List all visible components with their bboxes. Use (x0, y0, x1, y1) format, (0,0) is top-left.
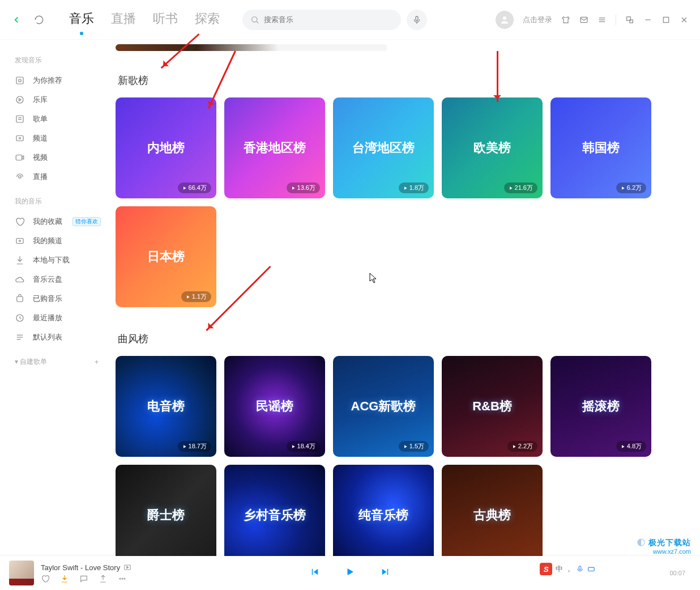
chart-card[interactable]: 爵士榜 (116, 465, 216, 556)
svg-marker-33 (183, 186, 186, 189)
sidebar-item[interactable]: 已购音乐 (12, 289, 101, 308)
svg-marker-41 (404, 445, 407, 448)
chart-card[interactable]: 纯音乐榜 (333, 465, 434, 556)
tab-music[interactable]: 音乐 (69, 10, 94, 29)
chart-card[interactable]: 香港地区榜13.6万 (224, 97, 325, 198)
playlist-icon (15, 114, 25, 124)
login-link[interactable]: 点击登录 (523, 15, 552, 25)
download-icon[interactable] (60, 574, 69, 583)
recommend-icon (15, 75, 25, 86)
main-content: 新歌榜 内地榜66.4万香港地区榜13.6万台湾地区榜1.8万欧美榜21.6万韩… (108, 40, 700, 556)
mini-mode-icon[interactable] (625, 15, 634, 24)
prev-button[interactable] (310, 567, 320, 579)
svg-rect-55 (387, 569, 389, 575)
svg-point-25 (19, 176, 22, 179)
chart-card[interactable]: R&B榜2.2万 (442, 356, 543, 457)
chart-card-title: 乡村音乐榜 (244, 507, 306, 524)
sidebar-item-label: 最近播放 (33, 313, 62, 323)
chart-card-title: 日本榜 (147, 248, 185, 265)
sidebar-item[interactable]: 歌单 (12, 109, 101, 129)
chart-card[interactable]: 摇滚榜4.8万 (550, 356, 651, 457)
tab-live[interactable]: 直播 (111, 10, 136, 29)
sidebar-item[interactable]: 最近播放 (12, 308, 101, 328)
divider (616, 15, 616, 25)
svg-marker-38 (187, 295, 190, 298)
ime-badge: S (540, 563, 552, 575)
chart-card[interactable]: 台湾地区榜1.8万 (333, 97, 434, 198)
sidebar-item-label: 音乐云盘 (33, 274, 62, 285)
chart-card-title: 民谣榜 (256, 398, 293, 415)
chart-card-title: 摇滚榜 (582, 398, 620, 415)
svg-marker-37 (622, 186, 625, 189)
sidebar-item[interactable]: 乐库 (12, 90, 101, 109)
sidebar-item[interactable]: 我的收藏猜你喜欢 (12, 212, 101, 231)
menu-icon[interactable] (597, 15, 607, 24)
like-icon[interactable] (41, 574, 50, 583)
section-discover[interactable]: 发现音乐 (15, 56, 101, 65)
chart-card[interactable]: 乡村音乐榜 (224, 465, 325, 556)
mail-icon[interactable] (579, 15, 588, 24)
sidebar: 发现音乐 为你推荐乐库歌单频道视频直播 我的音乐 我的收藏猜你喜欢我的频道本地与… (0, 40, 108, 556)
chart-card[interactable]: 欧美榜21.6万 (442, 97, 543, 198)
chart-card-title: 纯音乐榜 (358, 507, 408, 524)
nav-refresh[interactable] (34, 15, 44, 25)
create-playlist-label[interactable]: ▾ 自建歌单 (15, 357, 47, 367)
chart-card[interactable]: 日本榜1.1万 (116, 206, 216, 307)
chart-card[interactable]: 古典榜 (442, 465, 543, 556)
voice-search-button[interactable] (407, 10, 427, 30)
chart-card[interactable]: 民谣榜18.4万 (224, 356, 325, 457)
cloud-icon (15, 274, 25, 285)
sidebar-item-label: 歌单 (33, 114, 48, 124)
play-count: 1.8万 (399, 182, 429, 193)
chart-card[interactable]: 内地榜66.4万 (116, 97, 216, 198)
sidebar-item[interactable]: 本地与下载 (12, 251, 101, 270)
comment-icon[interactable] (79, 574, 88, 583)
minimize-icon[interactable] (643, 15, 652, 24)
new-charts-title: 新歌榜 (118, 74, 691, 87)
sidebar-item[interactable]: 我的频道 (12, 231, 101, 251)
tab-discover[interactable]: 探索 (195, 10, 220, 29)
album-art[interactable] (9, 561, 34, 585)
track-title[interactable]: Taylor Swift - Love Story (41, 563, 131, 572)
next-button[interactable] (380, 567, 390, 579)
svg-rect-26 (16, 239, 23, 244)
chart-card[interactable]: 韩国榜6.2万 (550, 97, 651, 198)
skin-icon[interactable] (561, 15, 570, 24)
svg-point-22 (19, 138, 21, 139)
chart-card-title: 内地榜 (147, 139, 185, 156)
share-icon[interactable] (99, 574, 108, 583)
svg-marker-35 (404, 186, 407, 189)
watermark: ◐ 极光下载站 www.xz7.com (637, 538, 691, 555)
play-button[interactable] (345, 567, 355, 579)
sidebar-item[interactable]: 视频 (12, 148, 101, 167)
sidebar-item[interactable]: 音乐云盘 (12, 270, 101, 289)
sidebar-item-label: 频道 (33, 133, 48, 143)
search-box[interactable] (242, 10, 401, 30)
sidebar-item[interactable]: 直播 (12, 167, 101, 186)
svg-marker-54 (382, 569, 387, 575)
sidebar-item[interactable]: 为你推荐 (12, 71, 101, 90)
tab-audiobook[interactable]: 听书 (153, 10, 178, 29)
sidebar-item[interactable]: 默认列表 (12, 328, 101, 347)
section-my[interactable]: 我的音乐 (15, 197, 101, 206)
svg-rect-52 (312, 569, 313, 575)
svg-rect-21 (16, 136, 23, 141)
chart-card[interactable]: 电音榜18.7万 (116, 356, 216, 457)
more-icon[interactable] (118, 574, 127, 583)
create-playlist-button[interactable]: + (95, 358, 99, 366)
chart-card[interactable]: ACG新歌榜1.5万 (333, 356, 434, 457)
maximize-icon[interactable] (661, 15, 671, 24)
chart-card-title: 古典榜 (473, 507, 511, 524)
nav-back[interactable] (11, 15, 22, 25)
mv-icon[interactable] (123, 563, 131, 571)
sidebar-item[interactable]: 频道 (12, 129, 101, 148)
play-count: 1.5万 (399, 441, 429, 452)
search-input[interactable] (264, 15, 393, 24)
avatar[interactable] (496, 11, 514, 29)
chart-card-title: 香港地区榜 (244, 139, 306, 156)
search-icon (250, 15, 259, 24)
style-charts-title: 曲风榜 (118, 332, 691, 346)
close-icon[interactable] (680, 15, 689, 24)
sidebar-item-label: 已购音乐 (33, 294, 62, 304)
recent-icon (15, 313, 25, 323)
